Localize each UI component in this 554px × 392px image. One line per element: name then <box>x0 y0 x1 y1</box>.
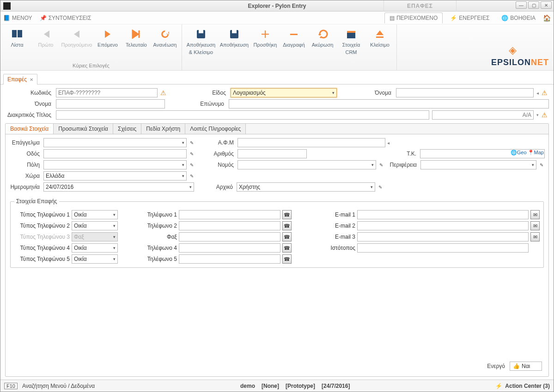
tab-userfields[interactable]: Πεδία Χρήστη <box>141 124 185 134</box>
ribbon-prev[interactable]: Προηγούμενο <box>61 26 93 49</box>
ribbon-crm[interactable]: ΣτοιχείαCRM <box>337 26 365 57</box>
pencil-icon[interactable]: ✎ <box>189 140 195 145</box>
city-combo[interactable]: ▾ <box>43 160 187 169</box>
ribbon-close[interactable]: Κλείσιμο <box>366 26 394 57</box>
warning-icon: ⚠ <box>542 111 549 119</box>
save-close-icon <box>195 28 207 40</box>
email-1-input[interactable] <box>357 210 529 219</box>
tab-other[interactable]: Λοιπές Πληροφορίες <box>185 124 246 134</box>
ribbon-first[interactable]: Πρώτο <box>32 26 60 49</box>
minimize-button[interactable]: — <box>516 1 527 9</box>
fullname-input[interactable] <box>396 88 534 97</box>
menu-main[interactable]: 📘 ΜΕΝΟΥ <box>3 15 32 21</box>
book-icon <box>11 28 23 40</box>
street-input[interactable] <box>43 149 187 158</box>
kind-combo[interactable]: Λογαριασμός▾ <box>231 88 337 97</box>
afm-input[interactable] <box>237 138 385 147</box>
logo-symbol: ◈ <box>509 44 517 56</box>
ribbon-list[interactable]: Λίστα <box>3 26 31 49</box>
close-window-button[interactable]: ✕ <box>541 1 552 9</box>
action-center-button[interactable]: ⚡ Action Center (3) <box>495 383 550 389</box>
email-send-button[interactable]: ✉ <box>530 232 540 241</box>
pencil-icon[interactable]: ✎ <box>538 163 545 168</box>
phone-5-input[interactable] <box>179 254 280 264</box>
label-firstname: Όνομα <box>5 101 53 107</box>
context-tab-contacts[interactable]: ΕΠΑΦΕΣ <box>384 0 457 12</box>
phone-type-5[interactable]: Οικία▾ <box>72 254 118 264</box>
phone-type-1[interactable]: Οικία▾ <box>72 210 118 219</box>
phone-1-input[interactable] <box>179 210 280 219</box>
ribbon-last[interactable]: Τελευταίο <box>122 26 150 49</box>
email-send-button[interactable]: ✉ <box>530 210 540 219</box>
tab-basic[interactable]: Βασικά Στοιχεία <box>6 124 54 134</box>
aa-input[interactable] <box>432 110 534 120</box>
fax-input[interactable] <box>179 232 280 241</box>
status-search-hint[interactable]: Αναζήτηση Μενού / Δεδομένα <box>22 383 95 389</box>
chevron-down-icon: ▾ <box>181 174 185 178</box>
map-link[interactable]: 📍Map <box>528 150 544 156</box>
tab-help[interactable]: 🌐 ΒΟΗΘΕΙΑ <box>497 13 540 23</box>
ribbon-cancel[interactable]: Ακύρωση <box>309 26 336 57</box>
tab-actions[interactable]: ⚡ ΕΝΕΡΓΕΙΕΣ <box>445 13 494 23</box>
email-3-input[interactable] <box>357 232 529 241</box>
eject-icon <box>374 28 386 40</box>
collapse-icon[interactable]: ◂ <box>536 90 539 96</box>
country-combo[interactable]: Ελλάδα▾ <box>43 171 187 181</box>
region-combo[interactable]: ▾ <box>420 160 536 169</box>
tab-relations[interactable]: Σχέσεις <box>113 124 141 134</box>
last-icon <box>130 28 142 40</box>
tab-personal[interactable]: Προσωπικά Στοιχεία <box>54 124 113 134</box>
plus-icon <box>259 28 271 40</box>
close-tab-icon[interactable]: ✕ <box>30 77 33 82</box>
globe-icon: 🌐 <box>501 15 508 21</box>
ribbon-delete[interactable]: Διαγραφή <box>280 26 308 57</box>
chevron-down-icon[interactable]: ▾ <box>536 113 539 117</box>
refresh-icon <box>159 28 171 40</box>
lastname-input[interactable] <box>229 99 549 109</box>
chevron-down-icon: ▾ <box>112 235 116 239</box>
label-origin: Αρχικό <box>212 184 235 190</box>
phone-4-input[interactable] <box>179 243 280 253</box>
website-input[interactable] <box>357 243 529 253</box>
maximize-button[interactable]: ▢ <box>528 1 539 9</box>
county-combo[interactable]: ▾ <box>237 160 376 169</box>
phone-type-4[interactable]: Οικία▾ <box>72 243 118 253</box>
email-2-input[interactable] <box>357 221 529 230</box>
ribbon-save[interactable]: Αποθήκευση <box>218 26 250 57</box>
pencil-icon[interactable]: ✎ <box>189 151 195 157</box>
phone-dial-button[interactable]: ☎ <box>282 254 292 264</box>
phone-dial-button[interactable]: ☎ <box>282 221 292 230</box>
phone-type-2[interactable]: Οικία▾ <box>72 221 118 230</box>
ribbon-save-close[interactable]: Αποθήκευση& Κλείσιμο <box>185 26 217 57</box>
phone-2-input[interactable] <box>179 221 280 230</box>
code-input[interactable] <box>56 88 158 97</box>
pencil-icon[interactable]: ✎ <box>189 163 195 168</box>
email-send-button[interactable]: ✉ <box>530 221 540 230</box>
pencil-icon[interactable]: ✎ <box>189 174 195 179</box>
bolt-icon: ⚡ <box>495 383 502 389</box>
phone-dial-button[interactable]: ☎ <box>282 210 292 219</box>
statusbar: F10 Αναζήτηση Μενού / Δεδομένα demo [Non… <box>0 380 554 392</box>
menu-shortcuts[interactable]: 📌 ΣΥΝΤΟΜΕΥΣΕΙΣ <box>40 15 91 21</box>
geo-link[interactable]: 🌐Geo <box>511 150 527 156</box>
phone-dial-button[interactable]: ☎ <box>282 243 292 253</box>
origin-combo[interactable]: Χρήστης▾ <box>237 182 375 192</box>
number-input[interactable] <box>237 149 307 158</box>
active-toggle[interactable]: 👍 Ναι <box>510 362 542 371</box>
collapse-icon[interactable]: ◂ <box>387 140 390 145</box>
tab-content[interactable]: ▤ ΠΕΡΙΕΧΟΜΕΝΟ <box>384 12 443 24</box>
profession-combo[interactable]: ▾ <box>43 138 187 147</box>
home-button[interactable]: 🏠 <box>543 14 551 22</box>
chevron-down-icon: ▾ <box>371 163 375 167</box>
ribbon-add[interactable]: Προσθήκη <box>251 26 279 57</box>
firstname-input[interactable] <box>56 99 165 109</box>
date-combo[interactable]: 24/07/2016▾ <box>43 182 194 192</box>
ribbon-refresh[interactable]: Ανανέωση <box>151 26 179 49</box>
pencil-icon[interactable]: ✎ <box>377 185 384 190</box>
doc-tab-contacts[interactable]: Επαφές ✕ <box>3 74 37 84</box>
label-lastname: Επώνυμο <box>194 101 226 107</box>
pencil-icon[interactable]: ✎ <box>378 163 384 168</box>
phone-dial-button[interactable]: ☎ <box>282 232 292 241</box>
ribbon-next[interactable]: Επόμενο <box>94 26 122 49</box>
dist-title-input[interactable] <box>56 110 429 120</box>
